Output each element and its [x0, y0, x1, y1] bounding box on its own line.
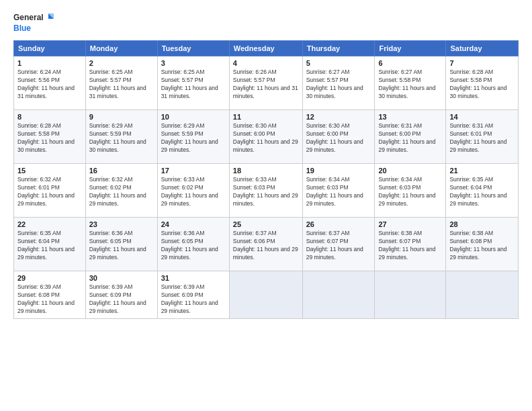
day-number: 28: [449, 220, 515, 228]
day-number: 4: [233, 59, 299, 67]
day-number: 12: [306, 113, 371, 121]
day-info: Sunrise: 6:37 AM Sunset: 6:07 PM Dayligh…: [306, 230, 371, 262]
day-cell: 17 Sunrise: 6:33 AM Sunset: 6:02 PM Dayl…: [157, 164, 229, 218]
weekday-header-row: SundayMondayTuesdayWednesdayThursdayFrid…: [14, 41, 519, 56]
day-info: Sunrise: 6:31 AM Sunset: 6:00 PM Dayligh…: [378, 122, 442, 154]
day-cell: 29 Sunrise: 6:39 AM Sunset: 6:08 PM Dayl…: [14, 271, 86, 319]
day-cell: [229, 271, 302, 319]
weekday-header-saturday: Saturday: [446, 41, 519, 56]
day-info: Sunrise: 6:32 AM Sunset: 6:02 PM Dayligh…: [89, 176, 154, 208]
weekday-header-monday: Monday: [85, 41, 157, 56]
day-number: 11: [233, 113, 299, 121]
header: General Blue: [13, 11, 519, 35]
day-cell: 30 Sunrise: 6:39 AM Sunset: 6:09 PM Dayl…: [85, 271, 157, 319]
day-cell: 31 Sunrise: 6:39 AM Sunset: 6:09 PM Dayl…: [157, 271, 229, 319]
day-number: 22: [17, 220, 82, 228]
day-cell: 9 Sunrise: 6:29 AM Sunset: 5:59 PM Dayli…: [85, 110, 157, 164]
day-number: 27: [378, 220, 442, 228]
week-row-1: 1 Sunrise: 6:24 AM Sunset: 5:56 PM Dayli…: [14, 56, 519, 110]
weekday-header-tuesday: Tuesday: [157, 41, 229, 56]
day-number: 20: [378, 167, 442, 175]
page: General Blue SundayMondayTuesdayWednesda…: [0, 0, 532, 411]
day-cell: [375, 271, 446, 319]
day-cell: 5 Sunrise: 6:27 AM Sunset: 5:57 PM Dayli…: [302, 56, 375, 110]
day-info: Sunrise: 6:33 AM Sunset: 6:03 PM Dayligh…: [233, 176, 299, 208]
day-number: 1: [17, 59, 82, 67]
day-info: Sunrise: 6:25 AM Sunset: 5:57 PM Dayligh…: [89, 68, 154, 101]
day-number: 7: [449, 59, 515, 67]
generalblue-logo: General Blue: [13, 11, 54, 35]
day-cell: 26 Sunrise: 6:37 AM Sunset: 6:07 PM Dayl…: [302, 218, 375, 271]
day-number: 6: [378, 59, 442, 67]
day-number: 21: [449, 167, 515, 175]
day-number: 5: [306, 59, 371, 67]
day-cell: 25 Sunrise: 6:37 AM Sunset: 6:06 PM Dayl…: [229, 218, 302, 271]
day-cell: 19 Sunrise: 6:34 AM Sunset: 6:03 PM Dayl…: [302, 164, 375, 218]
day-info: Sunrise: 6:39 AM Sunset: 6:09 PM Dayligh…: [161, 283, 226, 316]
day-cell: 4 Sunrise: 6:26 AM Sunset: 5:57 PM Dayli…: [229, 56, 302, 110]
day-info: Sunrise: 6:35 AM Sunset: 6:04 PM Dayligh…: [449, 176, 515, 208]
day-cell: 7 Sunrise: 6:28 AM Sunset: 5:58 PM Dayli…: [446, 56, 519, 110]
svg-text:General: General: [13, 13, 44, 22]
day-cell: 23 Sunrise: 6:36 AM Sunset: 6:05 PM Dayl…: [85, 218, 157, 271]
day-number: 3: [161, 59, 226, 67]
day-number: 30: [89, 274, 154, 282]
day-cell: 16 Sunrise: 6:32 AM Sunset: 6:02 PM Dayl…: [85, 164, 157, 218]
day-info: Sunrise: 6:30 AM Sunset: 6:00 PM Dayligh…: [233, 122, 299, 154]
day-cell: 12 Sunrise: 6:30 AM Sunset: 6:00 PM Dayl…: [302, 110, 375, 164]
day-info: Sunrise: 6:27 AM Sunset: 5:57 PM Dayligh…: [306, 68, 371, 101]
day-number: 14: [449, 113, 515, 121]
day-info: Sunrise: 6:30 AM Sunset: 6:00 PM Dayligh…: [306, 122, 371, 154]
day-cell: 22 Sunrise: 6:35 AM Sunset: 6:04 PM Dayl…: [14, 218, 86, 271]
weekday-header-thursday: Thursday: [302, 41, 375, 56]
day-number: 10: [161, 113, 226, 121]
day-number: 26: [306, 220, 371, 228]
day-info: Sunrise: 6:33 AM Sunset: 6:02 PM Dayligh…: [161, 176, 226, 208]
weekday-header-sunday: Sunday: [14, 41, 86, 56]
day-info: Sunrise: 6:37 AM Sunset: 6:06 PM Dayligh…: [233, 230, 299, 262]
day-info: Sunrise: 6:36 AM Sunset: 6:05 PM Dayligh…: [89, 230, 154, 262]
logo: General Blue: [13, 11, 54, 35]
day-info: Sunrise: 6:39 AM Sunset: 6:09 PM Dayligh…: [89, 283, 154, 316]
day-info: Sunrise: 6:29 AM Sunset: 5:59 PM Dayligh…: [161, 122, 226, 154]
day-info: Sunrise: 6:39 AM Sunset: 6:08 PM Dayligh…: [17, 283, 82, 316]
day-number: 25: [233, 220, 299, 228]
day-number: 23: [89, 220, 154, 228]
day-number: 18: [233, 167, 299, 175]
day-cell: 21 Sunrise: 6:35 AM Sunset: 6:04 PM Dayl…: [446, 164, 519, 218]
day-info: Sunrise: 6:29 AM Sunset: 5:59 PM Dayligh…: [89, 122, 154, 154]
day-number: 2: [89, 59, 154, 67]
day-cell: 2 Sunrise: 6:25 AM Sunset: 5:57 PM Dayli…: [85, 56, 157, 110]
day-number: 9: [89, 113, 154, 121]
day-cell: 6 Sunrise: 6:27 AM Sunset: 5:58 PM Dayli…: [375, 56, 446, 110]
day-cell: 10 Sunrise: 6:29 AM Sunset: 5:59 PM Dayl…: [157, 110, 229, 164]
day-number: 29: [17, 274, 82, 282]
week-row-3: 15 Sunrise: 6:32 AM Sunset: 6:01 PM Dayl…: [14, 164, 519, 218]
week-row-5: 29 Sunrise: 6:39 AM Sunset: 6:08 PM Dayl…: [14, 271, 519, 319]
calendar-table: SundayMondayTuesdayWednesdayThursdayFrid…: [13, 40, 519, 319]
svg-text:Blue: Blue: [13, 24, 31, 33]
weekday-header-wednesday: Wednesday: [229, 41, 302, 56]
week-row-2: 8 Sunrise: 6:28 AM Sunset: 5:58 PM Dayli…: [14, 110, 519, 164]
day-info: Sunrise: 6:24 AM Sunset: 5:56 PM Dayligh…: [17, 68, 82, 101]
day-number: 17: [161, 167, 226, 175]
day-info: Sunrise: 6:28 AM Sunset: 5:58 PM Dayligh…: [17, 122, 82, 154]
day-cell: 13 Sunrise: 6:31 AM Sunset: 6:00 PM Dayl…: [375, 110, 446, 164]
day-info: Sunrise: 6:34 AM Sunset: 6:03 PM Dayligh…: [306, 176, 371, 208]
day-cell: 24 Sunrise: 6:36 AM Sunset: 6:05 PM Dayl…: [157, 218, 229, 271]
day-cell: 11 Sunrise: 6:30 AM Sunset: 6:00 PM Dayl…: [229, 110, 302, 164]
day-info: Sunrise: 6:38 AM Sunset: 6:07 PM Dayligh…: [378, 230, 442, 262]
day-info: Sunrise: 6:38 AM Sunset: 6:08 PM Dayligh…: [449, 230, 515, 262]
day-cell: 27 Sunrise: 6:38 AM Sunset: 6:07 PM Dayl…: [375, 218, 446, 271]
day-cell: 3 Sunrise: 6:25 AM Sunset: 5:57 PM Dayli…: [157, 56, 229, 110]
day-cell: 8 Sunrise: 6:28 AM Sunset: 5:58 PM Dayli…: [14, 110, 86, 164]
day-cell: 15 Sunrise: 6:32 AM Sunset: 6:01 PM Dayl…: [14, 164, 86, 218]
day-cell: [302, 271, 375, 319]
weekday-header-friday: Friday: [375, 41, 446, 56]
day-info: Sunrise: 6:31 AM Sunset: 6:01 PM Dayligh…: [449, 122, 515, 154]
day-cell: 1 Sunrise: 6:24 AM Sunset: 5:56 PM Dayli…: [14, 56, 86, 110]
day-info: Sunrise: 6:27 AM Sunset: 5:58 PM Dayligh…: [378, 68, 442, 101]
day-info: Sunrise: 6:26 AM Sunset: 5:57 PM Dayligh…: [233, 68, 299, 101]
day-number: 31: [161, 274, 226, 282]
day-number: 15: [17, 167, 82, 175]
